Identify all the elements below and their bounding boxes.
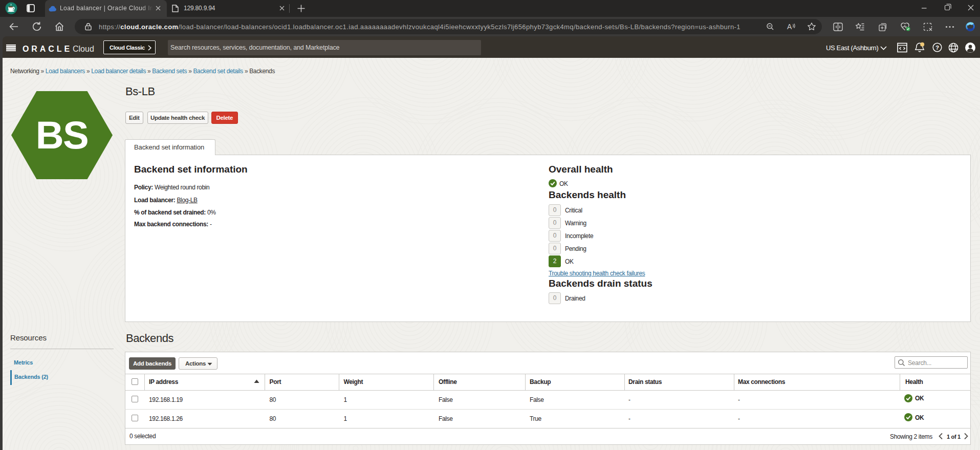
svg-text:?: ?: [935, 45, 939, 51]
svg-text:A: A: [787, 23, 792, 31]
svg-text:BS: BS: [36, 113, 89, 157]
